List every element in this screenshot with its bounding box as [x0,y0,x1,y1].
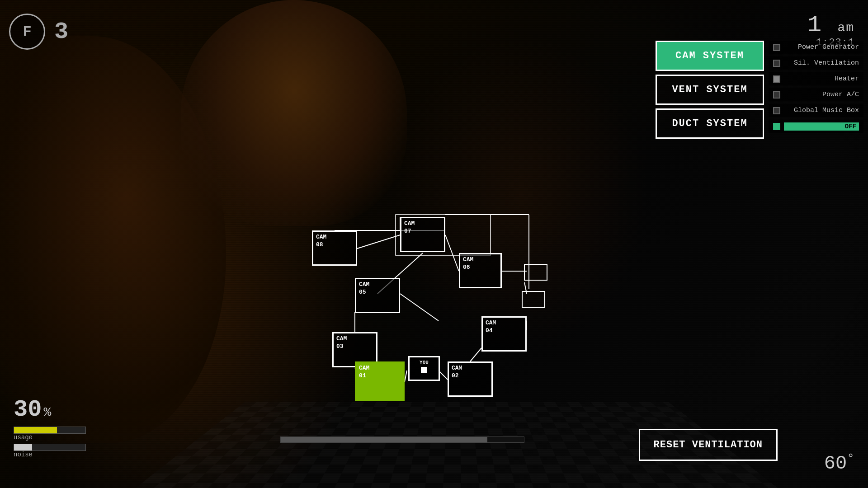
off-toggle-bar: OFF [784,122,859,131]
off-toggle-indicator [773,123,780,130]
svg-rect-4 [524,264,547,280]
svg-line-12 [439,371,448,380]
power-gen-label: Power Generator [784,43,859,51]
heater-indicator [773,75,780,83]
you-node: YOU [408,356,440,381]
svg-line-8 [400,294,439,321]
sil-vent-indicator [773,60,780,67]
heater-label: Heater [784,75,859,83]
reset-ventilation-button[interactable]: RESET VENTILATION [639,429,778,461]
off-toggle-label: OFF [845,123,856,130]
power-ac-label: Power A/C [784,91,859,99]
cam-05-node[interactable]: CAM05 [355,278,400,313]
duct-system-button[interactable]: DUCT SYSTEM [656,108,764,139]
sidebar-item-off-toggle[interactable]: OFF [769,120,863,133]
svg-rect-6 [522,291,545,307]
cam-06-node[interactable]: CAM06 [459,253,502,288]
system-buttons-panel: CAM SYSTEM VENT SYSTEM DUCT SYSTEM [656,41,764,139]
cam-04-node[interactable]: CAM04 [481,316,527,352]
power-gen-indicator [773,44,780,51]
svg-line-0 [357,235,400,249]
freddy-silhouette [181,0,407,226]
global-music-label: Global Music Box [784,107,859,114]
cam-system-button[interactable]: CAM SYSTEM [656,41,764,71]
svg-line-11 [405,371,407,382]
camera-map[interactable]: CAM08 CAM07 CAM06 CAM05 CAM04 CAM03 CAM0… [280,212,561,429]
sidebar-item-power-ac[interactable]: Power A/C [769,88,863,101]
sidebar-item-power-generator[interactable]: Power Generator [769,41,863,54]
sidebar-item-heater[interactable]: Heater [769,72,863,85]
sidebar-item-sil-ventilation[interactable]: Sil. Ventilation [769,56,863,70]
sil-vent-label: Sil. Ventilation [784,59,859,67]
cam-08-node[interactable]: CAM08 [312,230,357,266]
svg-line-13 [470,348,481,361]
vent-system-button[interactable]: VENT SYSTEM [656,75,764,105]
cam-01-node[interactable]: CAM01 [355,361,405,401]
power-ac-indicator [773,91,780,99]
svg-line-1 [445,235,459,271]
svg-line-5 [524,282,527,294]
sidebar-item-global-music[interactable]: Global Music Box [769,104,863,117]
global-music-indicator [773,107,780,114]
cam-07-node[interactable]: CAM07 [400,217,445,252]
cam-02-node[interactable]: CAM02 [448,361,493,397]
